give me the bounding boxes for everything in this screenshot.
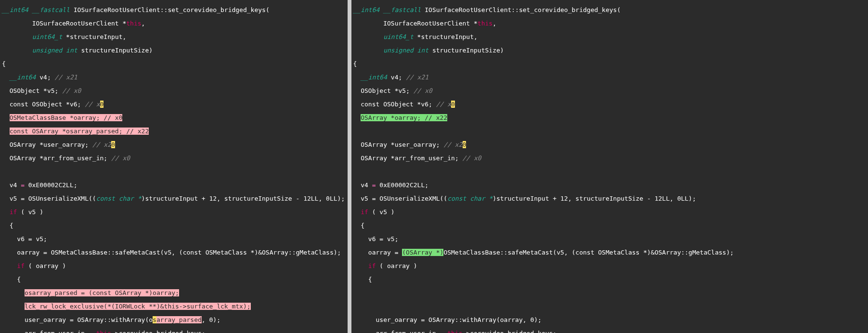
code-line: { xyxy=(353,276,866,283)
code-line: v4 = 0xE00002C2LL; xyxy=(353,182,866,189)
code-line-removed: const OSArray *osarray_parsed; // x22 xyxy=(2,128,346,135)
code-line: OSObject *v5; // x0 xyxy=(353,88,866,94)
code-line: { xyxy=(353,222,866,229)
code-line: uint64_t *structureInput, xyxy=(2,34,346,40)
code-line: v6 = v5; xyxy=(2,236,346,243)
code-line: if ( oarray ) xyxy=(2,263,346,269)
code-line: v5 = OSUnserializeXML((const char *)stru… xyxy=(353,195,866,202)
code-line: v5 = OSUnserializeXML((const char *)stru… xyxy=(2,195,346,202)
code-line-removed: lck_rw_lock_exclusive(*(IORWLock **)&thi… xyxy=(2,303,346,310)
code-line: user_oarray = OSArray::withArray(oarray,… xyxy=(353,317,866,323)
code-line: v6 = v5; xyxy=(353,236,866,243)
code-line: arr_from_user_in = this->corevideo_bridg… xyxy=(353,330,866,333)
code-line-removed: OSMetaClassBase *oarray; // x0 xyxy=(2,115,346,121)
code-line: __int64 __fastcall IOSurfaceRootUserClie… xyxy=(353,7,866,13)
code-line: IOSurfaceRootUserClient *this, xyxy=(2,20,346,27)
pane-divider xyxy=(348,0,351,333)
code-line: oarray = OSMetaClassBase::safeMetaCast(v… xyxy=(2,249,346,256)
code-line: IOSurfaceRootUserClient *this, xyxy=(353,20,866,27)
code-line xyxy=(353,290,866,296)
code-line: arr_from_user_in = this->corevideo_bridg… xyxy=(2,330,346,333)
code-line xyxy=(353,128,866,135)
code-line-removed: osarray_parsed = (const OSArray *)oarray… xyxy=(2,290,346,296)
code-line: __int64 __fastcall IOSurfaceRootUserClie… xyxy=(2,7,346,13)
code-line xyxy=(353,168,866,175)
code-line: v4 = 0xE00002C2LL; xyxy=(2,182,346,189)
code-line: OSArray *user_oarray; // x20 xyxy=(353,141,866,148)
code-line: { xyxy=(2,222,346,229)
code-line: OSArray *user_oarray; // x20 xyxy=(2,141,346,148)
code-line: unsigned int structureInputSize) xyxy=(353,47,866,54)
code-line: if ( v5 ) xyxy=(2,209,346,216)
left-pane: __int64 __fastcall IOSurfaceRootUserClie… xyxy=(0,0,348,333)
code-line: if ( v5 ) xyxy=(353,209,866,216)
code-line: uint64_t *structureInput, xyxy=(353,34,866,40)
code-line: __int64 v4; // x21 xyxy=(353,74,866,81)
code-line: unsigned int structureInputSize) xyxy=(2,47,346,54)
code-line: user_oarray = OSArray::withArray(osarray… xyxy=(2,317,346,323)
right-pane: __int64 __fastcall IOSurfaceRootUserClie… xyxy=(351,0,868,333)
code-line: { xyxy=(2,61,346,67)
code-line xyxy=(353,303,866,310)
diff-viewer: __int64 __fastcall IOSurfaceRootUserClie… xyxy=(0,0,868,333)
code-line: OSArray *arr_from_user_in; // x0 xyxy=(353,155,866,162)
code-line: OSObject *v5; // x0 xyxy=(2,88,346,94)
code-line: const OSObject *v6; // x0 xyxy=(353,101,866,108)
code-line: { xyxy=(353,61,866,67)
code-line: oarray = (OSArray *)OSMetaClassBase::saf… xyxy=(353,249,866,256)
code-line-added: OSArray *oarray; // x22 xyxy=(353,115,866,121)
code-line: if ( oarray ) xyxy=(353,263,866,269)
code-line: { xyxy=(2,276,346,283)
code-line xyxy=(2,168,346,175)
code-line: __int64 v4; // x21 xyxy=(2,74,346,81)
code-line: OSArray *arr_from_user_in; // x0 xyxy=(2,155,346,162)
code-line: const OSObject *v6; // x0 xyxy=(2,101,346,108)
